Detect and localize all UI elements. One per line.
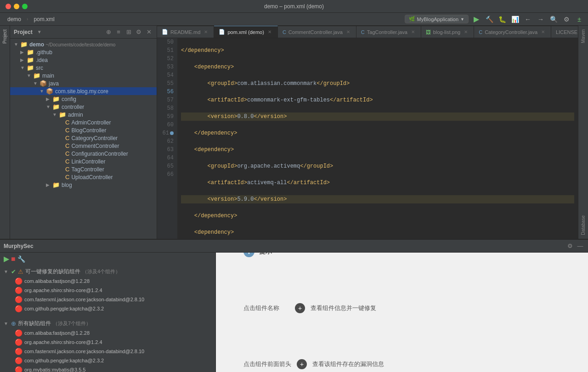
tree-item-blogcontroller[interactable]: C BlogController	[10, 126, 157, 134]
tree-item-configurationcontroller[interactable]: C ConfigurationController	[10, 150, 157, 158]
close-panel-icon[interactable]: —	[576, 242, 584, 250]
expand-icon[interactable]: ⊞	[124, 28, 133, 36]
settings-button[interactable]: ⚙	[561, 14, 571, 24]
side-tabs-right: Maven Database	[578, 26, 588, 239]
maximize-button[interactable]	[22, 4, 28, 9]
tree-item-categorycontroller[interactable]: C CategoryController	[10, 134, 157, 142]
git-button[interactable]: ±	[574, 14, 584, 24]
scope-icon[interactable]: ⊕	[104, 28, 113, 36]
tree-item-package[interactable]: ▼ 📦 com.site.blog.my.core	[10, 87, 157, 95]
close-button[interactable]	[6, 4, 11, 9]
tab-readme[interactable]: 📄 README.md ✕	[157, 26, 214, 38]
murphy-tree: ▼ ✔ ⚠ 可一键修复的缺陷组件 （涉及4个组件） 🔴 com.alibaba:…	[0, 267, 215, 372]
tree-item-commentcontroller[interactable]: C CommentController	[10, 142, 157, 150]
tree-item-java[interactable]: ▼ 📦 java	[10, 79, 157, 87]
tab-tagcontroller[interactable]: C TagController.java ✕	[356, 26, 421, 38]
editor-area: Project Project ▼ ⊕ ≡ ⊞ ⚙ ✕ ▼	[0, 26, 588, 239]
gear-icon[interactable]: ⚙	[135, 28, 143, 36]
tree-item-controller[interactable]: ▼ 📁 controller	[10, 103, 157, 111]
code-line-58: <artifactId>activemq-all</artifactId>	[181, 179, 574, 187]
tip-title: 提示	[259, 253, 272, 256]
fixable-item-1[interactable]: 🔴 org.apache.shiro:shiro-core@1.2.4	[2, 286, 214, 295]
code-line-53: <artifactId>commonmark-ext-gfm-tables</a…	[181, 96, 574, 104]
folder-icon: 📁	[27, 49, 34, 56]
run-scan-button[interactable]: ▶	[4, 254, 9, 263]
tree-item-github[interactable]: ▶ 📁 .github	[10, 48, 157, 56]
tree-item-linkcontroller[interactable]: C LinkController	[10, 158, 157, 165]
tree-label: CommentController	[71, 143, 119, 149]
back-button[interactable]: ←	[523, 14, 533, 24]
tab-close-categorycontroller[interactable]: ✕	[540, 29, 546, 35]
window-controls[interactable]	[6, 4, 28, 9]
app-selector[interactable]: 🌿 MyBlogApplication ▼	[405, 15, 469, 23]
tree-label: demo ~/Documents/code/testcode/demo	[29, 41, 115, 48]
run-button[interactable]: ▶	[471, 14, 481, 24]
tab-commentcontroller[interactable]: C CommentController.java ✕	[278, 26, 356, 38]
bottom-panel-icons: ⚙ —	[566, 242, 584, 250]
fixable-item-0[interactable]: 🔴 com.alibaba:fastjson@1.2.28	[2, 276, 214, 286]
arrow-icon: ▶	[20, 57, 27, 62]
tab-license[interactable]: LICENSE ✕	[551, 26, 578, 38]
arrow-icon: ▼	[40, 89, 46, 94]
all-vuln-group: ▼ ⊕ 所有缺陷组件 （涉及7个组件） 🔴 com.alibaba:fastjs…	[2, 319, 214, 372]
tab-close-bloglist[interactable]: ✕	[463, 29, 469, 35]
all-item-1[interactable]: 🔴 org.apache.shiro:shiro-core@1.2.4	[2, 338, 214, 347]
chevron-down-icon: ▼	[460, 17, 464, 22]
folder-icon: 📁	[52, 103, 60, 110]
maven-tab[interactable]: Maven	[580, 26, 587, 47]
code-area[interactable]: </dependency> <dependency> <groupId>com.…	[177, 38, 578, 239]
collapse-icon[interactable]: ≡	[114, 28, 123, 36]
tree-item-admincontroller[interactable]: C AdminController	[10, 118, 157, 126]
class-icon: C	[65, 135, 69, 141]
tree-item-config[interactable]: ▶ 📁 config	[10, 95, 157, 103]
fixable-item-2[interactable]: 🔴 com.fasterxml.jackson.core:jackson-dat…	[2, 295, 214, 304]
all-item-4[interactable]: 🔴 org.mybatis:mybatis@3.5.5	[2, 365, 214, 372]
menu-item-demo[interactable]: demo	[4, 15, 25, 24]
tab-label: README.md	[170, 29, 200, 35]
tab-close-readme[interactable]: ✕	[203, 29, 209, 35]
arrow-icon: ▼	[27, 73, 33, 78]
tree-item-uploadcontroller[interactable]: C UploadController	[10, 173, 157, 181]
tab-close-commentcontroller[interactable]: ✕	[345, 29, 351, 35]
tab-pomxml[interactable]: 📄 pom.xml (demo) ✕	[214, 26, 277, 38]
tree-item-idea[interactable]: ▶ 📁 .idea	[10, 56, 157, 64]
vuln-name-3: com.github.penggle:kaptcha@2.3.2	[24, 306, 104, 311]
build-button[interactable]: 🔨	[484, 14, 494, 24]
tree-item-main[interactable]: ▼ 📁 main	[10, 72, 157, 79]
fixable-group-header[interactable]: ▼ ✔ ⚠ 可一键修复的缺陷组件 （涉及4个组件）	[2, 267, 214, 276]
tip-row-2: 点击组件前面箭头 + 查看该组件存在的漏洞信息	[243, 359, 384, 369]
all-group-header[interactable]: ▼ ⊕ 所有缺陷组件 （涉及7个组件）	[2, 319, 214, 328]
all-item-2[interactable]: 🔴 com.fasterxml.jackson.core:jackson-dat…	[2, 347, 214, 356]
murphy-panel-title: MurphySec	[4, 243, 34, 249]
fixable-item-3[interactable]: 🔴 com.github.penggle:kaptcha@2.3.2	[2, 304, 214, 313]
hide-icon[interactable]: ✕	[145, 28, 153, 36]
tree-item-src[interactable]: ▼ 📁 src	[10, 64, 157, 72]
class-icon: C	[65, 166, 69, 173]
tab-bloglist[interactable]: 🖼 blog-list.png ✕	[421, 26, 474, 38]
vuln-dot-icon: 🔴	[15, 329, 23, 337]
profile-button[interactable]: 📊	[510, 14, 520, 24]
search-button[interactable]: 🔍	[548, 14, 559, 24]
tree-item-admin[interactable]: ▼ 📁 admin	[10, 111, 157, 118]
bottom-panel: MurphySec ⚙ — ▶ ■ 🔧	[0, 239, 588, 372]
tab-close-tagcontroller[interactable]: ✕	[410, 29, 416, 35]
tab-close-pomxml[interactable]: ✕	[266, 29, 273, 35]
debug-button[interactable]: 🐛	[497, 14, 507, 24]
minimize-button[interactable]	[14, 4, 19, 9]
tab-categorycontroller[interactable]: C CategoryController.java ✕	[474, 26, 551, 38]
folder-icon: 📁	[52, 181, 60, 188]
all-item-0[interactable]: 🔴 com.alibaba:fastjson@1.2.28	[2, 328, 214, 338]
tree-item-tagcontroller[interactable]: C TagController	[10, 165, 157, 173]
tree-item-demo[interactable]: ▼ 📁 demo ~/Documents/code/testcode/demo	[10, 40, 157, 48]
forward-button[interactable]: →	[536, 14, 546, 24]
menu-item-pomxml[interactable]: pom.xml	[30, 15, 58, 24]
all-item-3[interactable]: 🔴 com.github.penggle:kaptcha@2.3.2	[2, 356, 214, 365]
all-name-1: org.apache.shiro:shiro-core@1.2.4	[24, 339, 102, 345]
stop-scan-button[interactable]: ■	[11, 255, 16, 263]
project-tab[interactable]: Project	[1, 26, 8, 47]
database-tab[interactable]: Database	[580, 212, 587, 239]
settings-icon[interactable]: ⚙	[566, 242, 574, 250]
tree-item-blog[interactable]: ▶ 📁 blog	[10, 181, 157, 189]
murphy-settings-button[interactable]: 🔧	[17, 255, 25, 263]
tree-label: CategoryController	[71, 135, 118, 141]
